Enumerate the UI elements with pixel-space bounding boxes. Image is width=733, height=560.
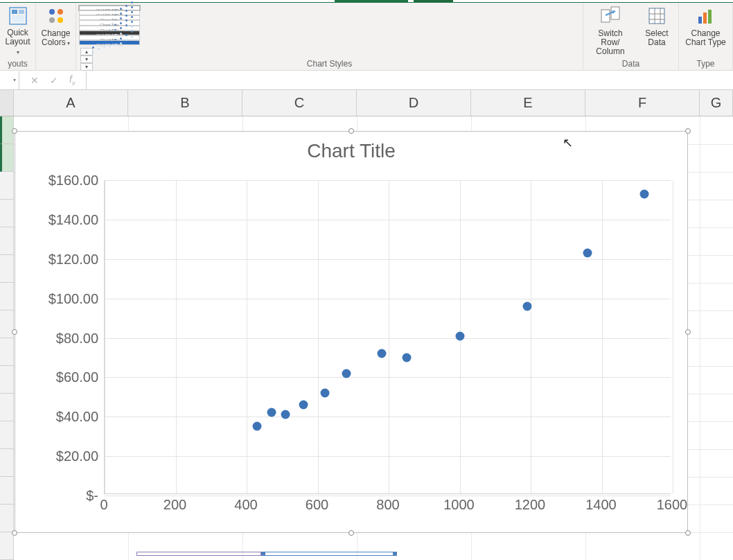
y-tick-label: $80.00	[56, 330, 98, 346]
row-header[interactable]	[0, 477, 13, 505]
gridline-v	[673, 180, 673, 493]
change-chart-type-icon	[695, 5, 717, 27]
plot-area[interactable]: $160.00$140.00$120.00$100.00$80.00$60.00…	[32, 180, 671, 494]
row-header[interactable]	[0, 144, 13, 172]
row-header[interactable]	[0, 421, 13, 449]
gridline-h	[105, 338, 671, 339]
gridline-h	[105, 259, 671, 260]
change-chart-type-label: Change Chart Type	[683, 29, 728, 47]
y-tick-label: $60.00	[56, 369, 98, 385]
chart-style-thumbnail[interactable]: CHART TITLE	[79, 40, 140, 45]
gridline-v	[176, 180, 177, 493]
ribbon-group-type: Change Chart Type Type	[679, 3, 733, 71]
data-point[interactable]	[299, 401, 308, 410]
select-data-button[interactable]: Select Data	[637, 3, 676, 57]
row-header[interactable]	[0, 338, 13, 366]
x-tick-label: 1200	[515, 497, 546, 513]
x-tick-label: 1400	[585, 497, 617, 513]
resize-handle[interactable]	[12, 329, 17, 335]
row-header[interactable]	[0, 449, 13, 477]
column-header[interactable]: C	[242, 90, 357, 116]
enter-icon[interactable]: ✓	[50, 75, 58, 86]
data-point[interactable]	[640, 189, 649, 198]
row-header[interactable]	[0, 394, 13, 421]
gridline-v	[389, 180, 389, 493]
ribbon-group-data: Switch Row/ Column Select Data Data	[583, 3, 679, 71]
column-header[interactable]: D	[357, 90, 471, 116]
y-tick-label: $100.00	[48, 290, 98, 306]
data-point[interactable]	[583, 249, 592, 258]
column-header[interactable]: E	[471, 90, 585, 116]
column-header[interactable]: F	[585, 90, 700, 116]
ribbon-group-colors: Change Colors ▾	[36, 3, 76, 71]
row-header[interactable]	[0, 505, 13, 532]
y-axis[interactable]: $160.00$140.00$120.00$100.00$80.00$60.00…	[32, 180, 104, 494]
resize-handle[interactable]	[348, 530, 354, 536]
resize-handle[interactable]	[685, 128, 691, 134]
data-point[interactable]	[320, 388, 329, 397]
quick-layout-button[interactable]: Quick Layout ▾	[0, 3, 35, 57]
gallery-scroll-up[interactable]: ▴	[80, 48, 93, 55]
chart-object[interactable]: Chart Title $160.00$140.00$120.00$100.00…	[15, 131, 688, 533]
svg-rect-11	[649, 8, 664, 24]
source-range-indicator	[136, 552, 396, 556]
gridline-h	[105, 496, 671, 496]
row-header[interactable]	[0, 255, 13, 283]
row-header[interactable]	[0, 200, 13, 227]
row-header[interactable]	[0, 366, 13, 394]
resize-handle[interactable]	[348, 128, 354, 134]
row-header[interactable]	[0, 310, 13, 338]
ribbon: Quick Layout ▾ youts Change Colors ▾ CHA…	[0, 3, 733, 71]
row-header[interactable]	[0, 172, 13, 200]
gridline-v	[247, 180, 247, 493]
quick-layout-icon	[7, 5, 29, 26]
svg-rect-17	[698, 17, 702, 24]
name-box[interactable]: ▾	[0, 71, 19, 89]
svg-rect-19	[708, 10, 712, 24]
resize-handle[interactable]	[685, 530, 691, 536]
data-point[interactable]	[402, 353, 411, 362]
row-header[interactable]	[0, 283, 13, 310]
resize-handle[interactable]	[12, 128, 17, 134]
x-tick-label: 400	[234, 497, 257, 513]
select-data-label: Select Data	[642, 29, 672, 47]
range-handle[interactable]	[261, 552, 265, 556]
row-header[interactable]	[0, 227, 13, 255]
range-handle[interactable]	[393, 552, 397, 556]
change-colors-button[interactable]: Change Colors ▾	[36, 3, 76, 57]
select-data-icon	[646, 5, 668, 27]
data-point[interactable]	[267, 408, 276, 417]
data-point[interactable]	[253, 422, 262, 431]
x-axis[interactable]: 02004006008001000120014001600	[104, 497, 671, 518]
data-point[interactable]	[342, 369, 351, 378]
change-chart-type-button[interactable]: Change Chart Type	[679, 3, 732, 57]
data-point[interactable]	[455, 331, 464, 340]
plot-region[interactable]	[104, 180, 671, 494]
y-tick-label: $40.00	[56, 409, 98, 425]
gridline-v	[531, 180, 531, 493]
column-header[interactable]: A	[14, 90, 128, 116]
resize-handle[interactable]	[12, 530, 17, 536]
ribbon-group-label-data: Data	[583, 59, 678, 69]
row-header[interactable]	[0, 532, 13, 560]
column-header[interactable]: G	[700, 90, 733, 116]
ribbon-group-label-styles: Chart Styles	[76, 59, 583, 69]
data-point[interactable]	[377, 349, 386, 358]
cancel-icon[interactable]: ✕	[30, 75, 39, 86]
svg-point-5	[58, 9, 63, 15]
quick-layout-label: Quick Layout	[5, 28, 30, 46]
data-point[interactable]	[522, 301, 531, 310]
column-header[interactable]: B	[128, 90, 242, 116]
resize-handle[interactable]	[685, 329, 691, 335]
formula-input[interactable]	[87, 71, 733, 89]
ribbon-group-chart-styles: CHART TITLECHART TITLEChart TitleChart T…	[76, 3, 583, 71]
svg-rect-9	[611, 7, 619, 19]
data-point[interactable]	[281, 410, 290, 419]
switch-row-column-button[interactable]: Switch Row/ Column	[583, 3, 637, 57]
dropdown-icon: ▾	[13, 77, 16, 83]
chart-title[interactable]: Chart Title	[15, 132, 687, 162]
select-all-cell[interactable]	[0, 90, 14, 116]
range-segment-y	[263, 552, 394, 556]
fx-icon[interactable]: fx	[69, 73, 75, 87]
worksheet-grid[interactable]: Chart Title $160.00$140.00$120.00$100.00…	[0, 116, 733, 560]
